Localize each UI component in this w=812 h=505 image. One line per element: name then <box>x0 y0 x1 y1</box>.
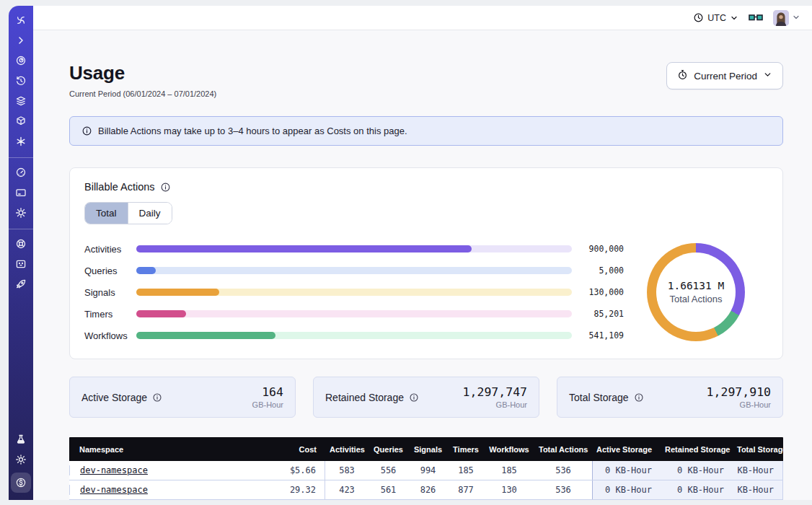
cell-retained-storage: 0 KB-Hour <box>661 461 733 480</box>
bar-track <box>136 310 572 317</box>
cell-queries: 561 <box>369 485 408 495</box>
cell-cost: 29.32 <box>264 480 325 499</box>
storage-card-value: 1,297,910 <box>707 385 771 399</box>
page-subtitle: Current Period (06/01/2024 – 07/01/2024) <box>69 89 216 98</box>
bar-label: Workflows <box>84 330 136 341</box>
sidebar <box>9 6 33 500</box>
temporal-logo-icon[interactable] <box>15 14 27 26</box>
cell-retained-storage: 0 KB-Hour <box>661 480 733 499</box>
bar-value: 130,000 <box>581 287 624 297</box>
storage-card-unit: GB-Hour <box>707 400 771 409</box>
usage-nav-active[interactable] <box>11 473 31 493</box>
page-title: Usage <box>69 62 216 84</box>
namespace-link[interactable]: dev-namespace <box>80 465 148 475</box>
table-row: dev-namespace $5.66 583 556 994 185 185 … <box>69 461 783 480</box>
billable-actions-title: Billable Actions <box>84 181 155 193</box>
info-icon[interactable] <box>409 392 419 403</box>
timezone-label: UTC <box>707 13 726 23</box>
bar-track <box>136 332 572 339</box>
total-storage-card: Total Storage 1,297,910 GB-Hour <box>557 377 783 418</box>
bar-track <box>136 289 572 296</box>
active-storage-card: Active Storage 164 GB-Hour <box>69 377 296 418</box>
asterisk-icon[interactable] <box>15 136 27 147</box>
cell-workflows: 130 <box>484 485 534 495</box>
retained-storage-card: Retained Storage 1,297,747 GB-Hour <box>313 377 539 418</box>
period-dropdown-button[interactable]: Current Period <box>666 62 783 89</box>
billable-actions-tab-group: Total Daily <box>84 202 172 224</box>
cell-total-actions: 536 <box>534 485 592 495</box>
bar-label: Queries <box>84 265 136 276</box>
avatar <box>773 10 789 26</box>
support-lifebuoy-icon[interactable] <box>15 238 27 250</box>
cube-icon[interactable] <box>15 115 27 127</box>
cell-total-actions: 536 <box>534 465 592 475</box>
bar-label: Signals <box>84 287 136 298</box>
bar-fill <box>136 267 156 274</box>
chevron-down-icon <box>730 14 738 22</box>
topbar: UTC <box>33 6 812 30</box>
cell-timers: 877 <box>448 485 484 495</box>
col-cost: Cost <box>264 445 325 454</box>
cell-activities: 583 <box>325 465 369 475</box>
bar-fill <box>136 310 186 317</box>
col-timers: Timers <box>448 445 484 454</box>
storage-card-value: 164 <box>252 385 283 399</box>
feedback-monitor-icon[interactable] <box>15 258 27 270</box>
info-icon[interactable] <box>160 182 171 193</box>
col-active-storage: Active Storage <box>592 445 661 454</box>
tab-total[interactable]: Total <box>85 203 128 224</box>
billing-card-icon[interactable] <box>15 187 27 198</box>
banner-text: Billable Actions may take up to 3–4 hour… <box>98 126 407 136</box>
bar-fill <box>136 289 219 296</box>
billable-actions-card: Billable Actions Total Daily Activities … <box>69 167 783 359</box>
col-total-storage: Total Storage <box>733 445 783 454</box>
chevron-down-icon <box>763 70 772 82</box>
content: Usage Current Period (06/01/2024 – 07/01… <box>33 30 812 500</box>
tab-daily[interactable]: Daily <box>128 203 172 224</box>
cell-total-storage: 0 KB-Hour <box>733 461 783 480</box>
billable-actions-chart: Activities 900,000 Queries 5,000 Signals <box>84 243 768 341</box>
table-row: dev-namespace 29.32 423 561 826 877 130 … <box>69 480 783 500</box>
labs-flask-icon[interactable] <box>15 434 27 445</box>
main-area: UTC Usage Curren <box>33 6 812 500</box>
chevron-down-icon <box>792 12 800 25</box>
bar-track <box>136 245 572 252</box>
info-banner: Billable Actions may take up to 3–4 hour… <box>69 116 783 146</box>
layers-icon[interactable] <box>15 95 27 107</box>
sidebar-divider <box>9 229 33 229</box>
storage-card-label: Total Storage <box>569 392 629 403</box>
col-retained-storage: Retained Storage <box>661 445 733 454</box>
cell-queries: 556 <box>369 465 408 475</box>
bar-row-workflows: Workflows 541,109 <box>84 330 624 341</box>
col-queries: Queries <box>369 445 408 454</box>
storage-card-label: Retained Storage <box>325 392 404 403</box>
bar-track <box>136 267 572 274</box>
cell-total-storage: 0 KB-Hour <box>733 480 783 499</box>
col-workflows: Workflows <box>484 445 534 454</box>
theme-sun-icon[interactable] <box>15 454 27 465</box>
storage-summary-row: Active Storage 164 GB-Hour Retained Stor… <box>69 377 783 418</box>
glasses-icon[interactable] <box>749 13 763 23</box>
bar-row-queries: Queries 5,000 <box>84 265 624 276</box>
settings-gear-icon[interactable] <box>15 207 27 219</box>
cell-timers: 185 <box>448 465 484 475</box>
namespace-link[interactable]: dev-namespace <box>80 485 148 495</box>
app-window: UTC Usage Curren <box>9 6 812 500</box>
expand-chevron-icon[interactable] <box>15 35 27 46</box>
donut-center-value: 1.66131 M <box>668 280 725 291</box>
clock-icon <box>693 12 704 23</box>
sidebar-divider <box>9 157 33 158</box>
timezone-selector[interactable]: UTC <box>693 12 738 23</box>
cell-workflows: 185 <box>484 465 534 475</box>
bar-fill <box>136 245 472 252</box>
account-menu[interactable] <box>773 10 800 26</box>
history-clock-icon[interactable] <box>15 75 27 87</box>
getting-started-rocket-icon[interactable] <box>15 278 27 290</box>
col-total-actions: Total Actions <box>534 445 592 454</box>
donut-center-label: Total Actions <box>670 294 723 304</box>
bar-label: Timers <box>84 309 136 320</box>
dashboard-gauge-icon[interactable] <box>15 167 27 178</box>
namespaces-eye-icon[interactable] <box>15 55 27 66</box>
info-icon[interactable] <box>152 392 162 403</box>
info-icon[interactable] <box>634 392 644 403</box>
